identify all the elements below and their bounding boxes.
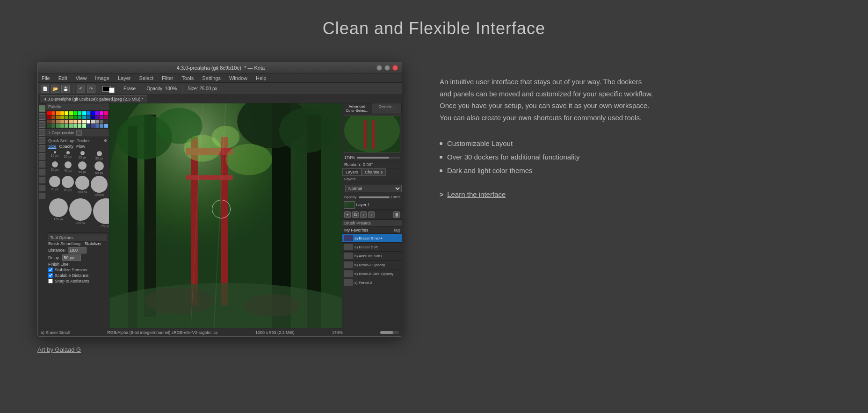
close-button[interactable] (392, 65, 398, 71)
minimize-button[interactable] (376, 65, 382, 71)
tool-text[interactable] (39, 145, 45, 152)
to-stabilize-sensors-check[interactable] (48, 268, 53, 272)
palette-cell[interactable] (60, 111, 64, 115)
menu-image[interactable]: Image (93, 75, 111, 81)
tool-freehand[interactable] (39, 105, 45, 112)
tool-shape[interactable] (39, 153, 45, 159)
art-credit-link[interactable]: Art by Galaad G (37, 346, 81, 353)
palette-cell[interactable] (82, 111, 86, 115)
layer-delete-button[interactable]: 🗑 (393, 211, 400, 218)
palette-cell[interactable] (73, 111, 77, 115)
to-delay-input[interactable] (62, 254, 81, 261)
layers-tab[interactable]: Layers (342, 168, 362, 176)
palette-cell[interactable] (47, 111, 51, 115)
brush-preset-item[interactable]: b) Basic-5 Size Opacity (342, 269, 402, 278)
palette-cell[interactable] (65, 111, 68, 115)
canvas-tab[interactable]: 4.3.0-prealpha (git 8c9b10e): galteed.jp… (40, 95, 147, 102)
brush-size-item[interactable]: 35 px (49, 161, 60, 174)
tool-fill[interactable] (39, 129, 45, 136)
brush-size-item[interactable]: 70 px (49, 176, 60, 196)
palette-cell[interactable] (51, 111, 55, 115)
palette-cell[interactable] (65, 124, 68, 128)
palette-cell[interactable] (91, 124, 95, 128)
toolbar-new[interactable]: 📄 (41, 85, 49, 93)
palette-cell[interactable] (69, 120, 73, 123)
palette-cell[interactable] (60, 120, 64, 123)
palette-cell[interactable] (95, 120, 99, 123)
layer-copy-button[interactable]: ⧉ (352, 211, 359, 218)
menu-help[interactable]: Help (254, 75, 268, 81)
palette-cell[interactable] (95, 111, 99, 115)
qs-tab-opacity[interactable]: Opacity (59, 144, 74, 149)
brush-size-item[interactable]: 100 px (75, 176, 89, 196)
brush-size-item[interactable]: 50 px (75, 161, 89, 174)
zoom-slider-track[interactable] (357, 157, 400, 159)
layer-up-button[interactable]: ↑ (360, 211, 367, 218)
layer-add-button[interactable]: + (344, 211, 351, 218)
palette-cell[interactable] (87, 116, 90, 119)
menu-file[interactable]: File (40, 75, 52, 81)
menu-edit[interactable]: Edit (57, 75, 69, 81)
palette-cell[interactable] (73, 124, 77, 128)
palette-cell[interactable] (91, 111, 95, 115)
menu-view[interactable]: View (74, 75, 89, 81)
qs-tab-flow[interactable]: Flow (76, 144, 85, 149)
brush-preset-item[interactable]: c) Pencil-2 (342, 278, 402, 287)
palette-cell[interactable] (104, 111, 108, 115)
palette-cell[interactable] (65, 120, 68, 123)
brush-size-item[interactable]: 30 px (91, 151, 108, 160)
palette-cell[interactable] (47, 120, 51, 123)
brush-preset-item[interactable]: b) Basic-2 Opacity (342, 261, 402, 269)
palette-cell[interactable] (73, 120, 77, 123)
tool-select[interactable] (39, 113, 45, 120)
palette-cell[interactable] (69, 124, 73, 128)
palette-cell[interactable] (65, 116, 68, 119)
channels-tab[interactable]: Channels (362, 168, 386, 176)
palette-cell[interactable] (82, 124, 86, 128)
color-selector-tab[interactable]: Advanced Color Selec... (342, 103, 372, 114)
palette-cell[interactable] (78, 120, 81, 123)
to-scalable-distance-check[interactable] (48, 273, 53, 278)
brush-size-item[interactable]: 60 px (91, 161, 108, 174)
learn-link[interactable]: Learn the interface (447, 190, 506, 198)
palette-cell[interactable] (91, 120, 95, 123)
layer-down-button[interactable]: ↓ (368, 211, 375, 218)
palette-cell[interactable] (56, 120, 60, 123)
palette-cell[interactable] (104, 116, 108, 119)
menu-filter[interactable]: Filter (160, 75, 175, 81)
menu-select[interactable]: Select (137, 75, 155, 81)
brush-size-item[interactable]: 120 px (91, 176, 108, 196)
palette-cell[interactable] (100, 124, 103, 128)
palette-cell[interactable] (56, 116, 60, 119)
toolbar-redo[interactable]: ↷ (87, 85, 95, 93)
palette-cell[interactable] (82, 120, 86, 123)
palette-cell[interactable] (47, 116, 51, 119)
toolbar-open[interactable]: 📂 (51, 85, 59, 93)
palette-cell[interactable] (95, 124, 99, 128)
brush-size-item[interactable]: 200 px (69, 198, 92, 230)
brush-size-item[interactable]: 250 px (93, 198, 109, 230)
palette-cell[interactable] (60, 116, 64, 119)
to-distance-input[interactable] (68, 247, 87, 254)
to-snap-assistants-check[interactable] (48, 279, 53, 283)
tool-crop[interactable] (39, 161, 45, 167)
brush-preset-item[interactable]: b) Airbrush Soft+ (342, 252, 402, 261)
opacity-slider[interactable] (359, 196, 389, 198)
palette-cell[interactable] (51, 124, 55, 128)
brush-size-item[interactable]: 40 px (62, 161, 74, 174)
palette-cell[interactable] (100, 111, 103, 115)
overview-tab[interactable]: Overvie... (372, 103, 402, 114)
palette-cell[interactable] (87, 120, 90, 123)
palette-cell[interactable] (104, 124, 108, 128)
toolbar-undo[interactable]: ↶ (77, 85, 85, 93)
qs-tab-size[interactable]: Size (48, 144, 57, 149)
brush-size-item[interactable]: 160 px (49, 198, 68, 230)
statusbar-zoom-slider[interactable] (380, 331, 399, 334)
palette-cell[interactable] (91, 116, 95, 119)
tool-gradient[interactable] (39, 137, 45, 144)
palette-cell[interactable] (56, 124, 60, 128)
blend-mode-select[interactable]: Normal Multiply Screen (345, 185, 402, 192)
palette-cell[interactable] (78, 111, 81, 115)
palette-cell[interactable] (87, 124, 90, 128)
brush-size-item[interactable]: 20 px (62, 151, 74, 160)
